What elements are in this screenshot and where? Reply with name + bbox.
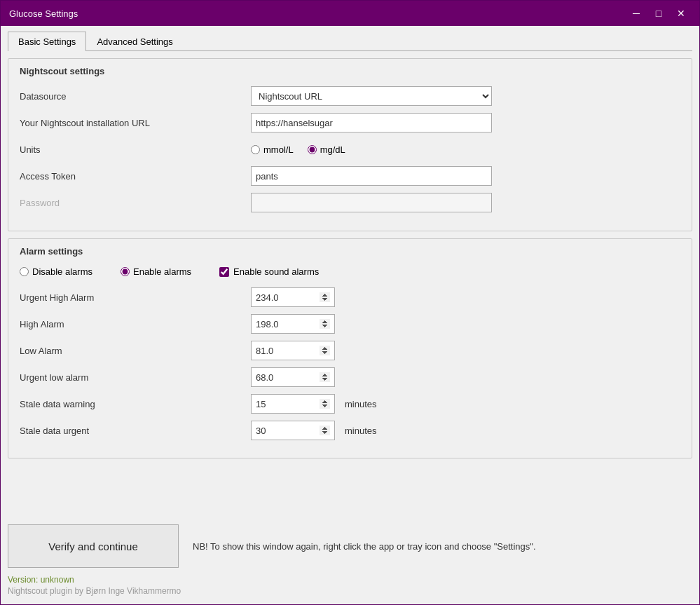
password-control xyxy=(251,193,680,212)
disable-alarms-label: Disable alarms xyxy=(32,266,92,277)
low-alarm-row: Low Alarm xyxy=(20,340,680,361)
password-input[interactable] xyxy=(251,193,492,212)
units-label: Units xyxy=(20,144,251,155)
urgent-low-label: Urgent low alarm xyxy=(20,372,251,383)
access-token-label: Access Token xyxy=(20,171,251,182)
access-token-input[interactable] xyxy=(251,166,492,186)
datasource-control: Nightscout URL Dexcom Share Manual xyxy=(251,86,680,106)
footer-area: Version: unknown Nightscout plugin by Bj… xyxy=(8,572,692,597)
verify-button[interactable]: Verify and continue xyxy=(8,524,179,568)
tab-basic[interactable]: Basic Settings xyxy=(8,32,86,51)
content-area: Nightscout settings Datasource Nightscou… xyxy=(8,58,692,517)
units-mgdl-option[interactable]: mg/dL xyxy=(308,144,345,155)
alarm-section: Alarm settings Disable alarms Enable ala… xyxy=(8,238,692,458)
urgent-high-row: Urgent High Alarm xyxy=(20,287,680,308)
stale-warning-input[interactable] xyxy=(251,394,335,414)
stale-urgent-input[interactable] xyxy=(251,421,335,440)
low-alarm-label: Low Alarm xyxy=(20,346,251,356)
enable-alarms-option[interactable]: Enable alarms xyxy=(121,266,191,277)
high-alarm-row: High Alarm xyxy=(20,313,680,334)
main-window: Glucose Settings ─ □ ✕ Basic Settings Ad… xyxy=(0,0,700,605)
bottom-bar: Verify and continue NB! To show this win… xyxy=(8,517,692,572)
stale-warning-spinner-wrap xyxy=(251,394,335,414)
urgent-low-input[interactable] xyxy=(251,367,335,387)
stale-warning-label: Stale data warning xyxy=(20,399,251,409)
units-control: mmol/L mg/dL xyxy=(251,144,680,155)
version-text: Version: unknown xyxy=(8,575,692,585)
access-token-row: Access Token xyxy=(20,166,680,186)
stale-urgent-label: Stale data urgent xyxy=(20,426,251,436)
nightscout-section: Nightscout settings Datasource Nightscou… xyxy=(8,58,692,231)
urgent-low-control xyxy=(251,367,335,387)
nightscout-section-title: Nightscout settings xyxy=(20,66,680,76)
access-token-control xyxy=(251,166,680,186)
alarm-section-title: Alarm settings xyxy=(20,246,680,257)
urgent-low-row: Urgent low alarm xyxy=(20,367,680,388)
url-control xyxy=(251,113,680,132)
units-mgdl-radio[interactable] xyxy=(308,145,317,154)
stale-urgent-control: minutes xyxy=(251,421,377,440)
password-row: Password xyxy=(20,193,680,212)
note-text: NB! To show this window again, right cli… xyxy=(193,541,692,552)
units-mmol-radio[interactable] xyxy=(251,145,260,154)
sound-alarms-option[interactable]: Enable sound alarms xyxy=(219,266,319,277)
stale-warning-row: Stale data warning minutes xyxy=(20,393,680,414)
low-alarm-input[interactable] xyxy=(251,341,335,360)
urgent-high-label: Urgent High Alarm xyxy=(20,292,251,303)
high-alarm-label: High Alarm xyxy=(20,319,251,329)
stale-warning-minutes: minutes xyxy=(345,399,377,409)
low-alarm-control xyxy=(251,341,335,360)
sound-alarms-checkbox[interactable] xyxy=(219,267,229,277)
high-alarm-control xyxy=(251,314,335,334)
window-body: Basic Settings Advanced Settings Nightsc… xyxy=(1,26,699,604)
close-button[interactable]: ✕ xyxy=(671,5,691,22)
units-mmol-label: mmol/L xyxy=(263,144,294,155)
sound-alarms-label: Enable sound alarms xyxy=(233,266,319,277)
enable-alarms-radio[interactable] xyxy=(121,267,130,276)
password-label: Password xyxy=(20,198,251,208)
units-radio-group: mmol/L mg/dL xyxy=(251,144,680,155)
credit-text: Nightscout plugin by Bjørn Inge Vikhamme… xyxy=(8,586,692,596)
minimize-button[interactable]: ─ xyxy=(626,5,646,22)
url-row: Your Nightscout installation URL xyxy=(20,113,680,132)
stale-urgent-row: Stale data urgent minutes xyxy=(20,420,680,441)
stale-urgent-spinner-wrap xyxy=(251,421,335,440)
maximize-button[interactable]: □ xyxy=(649,5,668,22)
datasource-select[interactable]: Nightscout URL Dexcom Share Manual xyxy=(251,86,492,106)
units-mgdl-label: mg/dL xyxy=(320,144,345,155)
disable-alarms-option[interactable]: Disable alarms xyxy=(20,266,92,277)
title-bar: Glucose Settings ─ □ ✕ xyxy=(1,1,699,26)
urgent-high-input[interactable] xyxy=(251,287,335,307)
url-label: Your Nightscout installation URL xyxy=(20,118,251,128)
datasource-label: Datasource xyxy=(20,91,251,102)
high-alarm-input[interactable] xyxy=(251,314,335,334)
datasource-row: Datasource Nightscout URL Dexcom Share M… xyxy=(20,86,680,106)
tab-bar: Basic Settings Advanced Settings xyxy=(8,32,692,51)
url-input[interactable] xyxy=(251,113,492,132)
window-title: Glucose Settings xyxy=(9,8,78,19)
window-controls: ─ □ ✕ xyxy=(626,5,691,22)
alarm-radio-row: Disable alarms Enable alarms Enable soun… xyxy=(20,266,680,277)
enable-alarms-label: Enable alarms xyxy=(133,266,191,277)
disable-alarms-radio[interactable] xyxy=(20,267,29,276)
tab-advanced[interactable]: Advanced Settings xyxy=(86,32,183,51)
units-row: Units mmol/L mg/dL xyxy=(20,140,680,159)
stale-warning-control: minutes xyxy=(251,394,377,414)
urgent-high-control xyxy=(251,287,335,307)
units-mmol-option[interactable]: mmol/L xyxy=(251,144,294,155)
stale-urgent-minutes: minutes xyxy=(345,426,377,436)
